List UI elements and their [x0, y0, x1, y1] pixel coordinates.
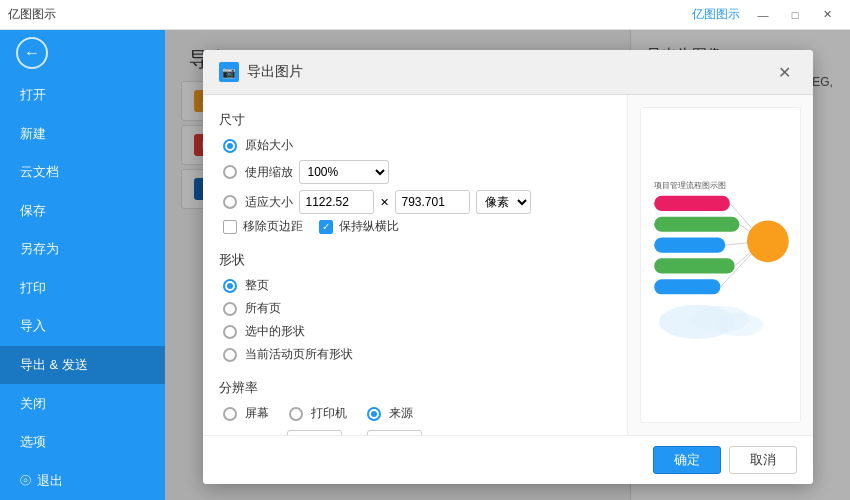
back-icon: ← — [16, 37, 48, 69]
original-size-indicator — [223, 139, 237, 153]
custom-radio[interactable]: 自定义 — [223, 434, 281, 436]
svg-rect-1 — [654, 196, 730, 211]
shape-radio-group: 整页 所有页 选中的形状 当前活动页所有形状 — [219, 277, 611, 363]
height-input[interactable] — [395, 190, 470, 214]
diagram-preview-area: 项目管理流程图示图 — [640, 107, 801, 423]
app-link[interactable]: 亿图图示 — [692, 6, 740, 23]
maximize-button[interactable]: □ — [780, 5, 810, 25]
shape-section: 形状 整页 所有页 选中的形状 — [219, 251, 611, 363]
modal-icon: 📷 — [219, 62, 239, 82]
size-title: 尺寸 — [219, 111, 611, 129]
modal-title-group: 📷 导出图片 — [219, 62, 303, 82]
source-indicator — [367, 407, 381, 421]
back-button[interactable]: ← — [0, 30, 165, 76]
svg-point-14 — [715, 313, 762, 336]
confirm-button[interactable]: 确定 — [653, 446, 721, 474]
shape-title: 形状 — [219, 251, 611, 269]
modal-header: 📷 导出图片 ✕ — [203, 50, 813, 95]
app-title: 亿图图示 — [8, 6, 56, 23]
zoom-indicator — [223, 165, 237, 179]
diagram-svg: 项目管理流程图示图 — [641, 175, 800, 355]
sidebar-item-import[interactable]: 导入 — [0, 307, 165, 346]
svg-point-11 — [747, 220, 789, 262]
all-pages-indicator — [223, 279, 237, 293]
zoom-select[interactable]: 100% 50% 200% — [299, 160, 389, 184]
res-width-input[interactable] — [287, 430, 342, 435]
screen-radio[interactable]: 屏幕 — [223, 405, 269, 422]
export-image-modal: 📷 导出图片 ✕ 尺寸 原始大小 — [203, 50, 813, 484]
all-pages-radio[interactable]: 整页 — [223, 277, 611, 294]
printer-radio[interactable]: 打印机 — [289, 405, 347, 422]
remove-margin-box — [223, 220, 237, 234]
zoom-row: 使用缩放 100% 50% 200% — [223, 160, 611, 184]
svg-rect-5 — [654, 279, 720, 294]
width-input[interactable] — [299, 190, 374, 214]
modal-body: 尺寸 原始大小 使用缩放 100% — [203, 95, 813, 435]
selected-indicator — [223, 325, 237, 339]
fit-radio[interactable]: 适应大小 — [223, 194, 293, 211]
svg-rect-4 — [654, 258, 735, 273]
cancel-button[interactable]: 取消 — [729, 446, 797, 474]
titlebar: 亿图图示 亿图图示 — □ ✕ — [0, 0, 850, 30]
res-unit-label: 像素 / 英寸 — [432, 435, 485, 436]
titlebar-right: 亿图图示 — □ ✕ — [692, 5, 842, 25]
all-pages-opt-indicator — [223, 302, 237, 316]
sidebar-item-save[interactable]: 保存 — [0, 192, 165, 231]
modal-close-button[interactable]: ✕ — [773, 60, 797, 84]
sidebar-item-open[interactable]: 打开 — [0, 76, 165, 115]
svg-text:项目管理流程图示图: 项目管理流程图示图 — [654, 181, 726, 190]
sidebar-item-export[interactable]: 导出 & 发送 — [0, 346, 165, 385]
selected-radio[interactable]: 选中的形状 — [223, 323, 611, 340]
sidebar-item-cloud[interactable]: 云文档 — [0, 153, 165, 192]
active-page-indicator — [223, 348, 237, 362]
sidebar-item-new[interactable]: 新建 — [0, 114, 165, 153]
printer-indicator — [289, 407, 303, 421]
res-height-input[interactable] — [367, 430, 422, 435]
minimize-button[interactable]: — — [748, 5, 778, 25]
sidebar-item-exit[interactable]: ⦾ 退出 — [0, 461, 165, 500]
sidebar-item-save-as[interactable]: 另存为 — [0, 230, 165, 269]
sidebar-item-options[interactable]: 选项 — [0, 423, 165, 462]
sidebar: ← 打开 新建 云文档 保存 另存为 打印 导入 导出 & 发送 关闭 选项 — [0, 30, 165, 500]
unit-select[interactable]: 像素 英寸 — [476, 190, 531, 214]
margin-ratio-row: 移除页边距 ✓ 保持纵横比 — [219, 218, 611, 235]
resolution-section: 分辨率 屏幕 打印机 来源 — [219, 379, 611, 435]
fit-indicator — [223, 195, 237, 209]
keep-ratio-box: ✓ — [319, 220, 333, 234]
all-pages-opt-radio[interactable]: 所有页 — [223, 300, 611, 317]
svg-rect-3 — [654, 238, 725, 253]
custom-resolution-row: 自定义 ✕ 像素 / 英寸 — [219, 430, 611, 435]
active-page-radio[interactable]: 当前活动页所有形状 — [223, 346, 611, 363]
size-section: 尺寸 原始大小 使用缩放 100% — [219, 111, 611, 235]
keep-ratio-checkbox[interactable]: ✓ 保持纵横比 — [319, 218, 399, 235]
svg-rect-2 — [654, 217, 739, 232]
original-size-radio[interactable]: 原始大小 — [223, 137, 611, 154]
size-radio-group: 原始大小 使用缩放 100% 50% 200% — [219, 137, 611, 214]
zoom-radio[interactable]: 使用缩放 — [223, 164, 293, 181]
resolution-title: 分辨率 — [219, 379, 611, 397]
screen-indicator — [223, 407, 237, 421]
fit-row: 适应大小 ✕ 像素 英寸 — [223, 190, 611, 214]
source-radio[interactable]: 来源 — [367, 405, 413, 422]
sidebar-item-close[interactable]: 关闭 — [0, 384, 165, 423]
modal-overlay: 📷 导出图片 ✕ 尺寸 原始大小 — [165, 30, 850, 500]
window-controls: — □ ✕ — [748, 5, 842, 25]
resolution-radio-group: 屏幕 打印机 来源 — [219, 405, 611, 422]
times-icon: ✕ — [380, 196, 389, 209]
modal-form: 尺寸 原始大小 使用缩放 100% — [203, 95, 628, 435]
close-button[interactable]: ✕ — [812, 5, 842, 25]
modal-preview: 项目管理流程图示图 — [628, 95, 813, 435]
modal-footer: 确定 取消 — [203, 435, 813, 484]
remove-margin-checkbox[interactable]: 移除页边距 — [223, 218, 303, 235]
modal-title: 导出图片 — [247, 63, 303, 81]
sidebar-item-print[interactable]: 打印 — [0, 269, 165, 308]
